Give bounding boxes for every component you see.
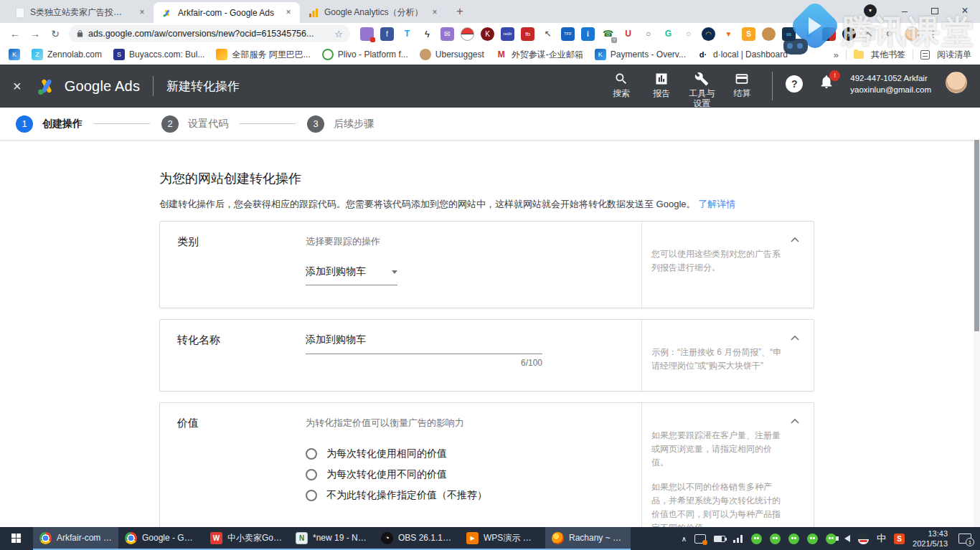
cursor-icon[interactable]: ↖ bbox=[541, 27, 555, 41]
browser-tab-google-ads[interactable]: Arkfair-com - Google Ads bbox=[154, 2, 300, 23]
wechat-tray-icon[interactable] bbox=[826, 534, 837, 544]
k-circle-icon[interactable]: K bbox=[481, 27, 494, 41]
billing-nav-button[interactable]: 结算 bbox=[725, 72, 759, 99]
s-blue-icon[interactable]: S bbox=[802, 27, 816, 41]
bookmarks-overflow-icon[interactable] bbox=[834, 49, 839, 60]
taskbar-item[interactable]: *new 19 - Note... bbox=[289, 527, 374, 550]
browser-tab-course[interactable]: S类独立站卖家广告投放课程 bbox=[7, 2, 154, 23]
hidden-icons-chevron[interactable] bbox=[682, 534, 687, 543]
collapse-chevron-icon[interactable] bbox=[791, 233, 799, 247]
lightning-icon[interactable]: ϟ bbox=[420, 27, 434, 41]
tiktok-icon[interactable]: ♪ bbox=[842, 27, 856, 41]
bookmark-buyaccs[interactable]: S Buyaccs.com: Bul... bbox=[113, 49, 204, 60]
url-text[interactable]: ads.google.com/aw/conversions/new?ocid=6… bbox=[88, 29, 330, 39]
collapse-chevron-icon[interactable] bbox=[791, 414, 799, 428]
taskbar-item[interactable]: Rachany ~ Pref... bbox=[545, 527, 631, 550]
value-radio-option[interactable]: 为每次转化使用相同的价值 bbox=[306, 443, 641, 464]
wechat-tray-icon[interactable] bbox=[770, 534, 781, 544]
gray-cursor-icon[interactable]: ↖ bbox=[862, 27, 876, 41]
search-nav-button[interactable]: 搜索 bbox=[604, 72, 639, 99]
sogou-tray-icon[interactable] bbox=[894, 534, 905, 544]
new-tab-button[interactable] bbox=[451, 2, 469, 21]
wechat-tray-icon[interactable] bbox=[751, 534, 762, 544]
account-avatar[interactable] bbox=[946, 72, 967, 93]
bookmark-payments[interactable]: K Payments - Overv... bbox=[595, 49, 686, 60]
maximize-button[interactable] bbox=[920, 8, 950, 14]
taskbar-item[interactable]: Google - Googl... bbox=[118, 527, 204, 550]
step-create-action[interactable]: 1 创建操作 bbox=[16, 115, 83, 133]
taskbar-item[interactable]: WPS演示 幻灯片... bbox=[460, 527, 545, 550]
taskbar-item[interactable]: 中小卖家Google... bbox=[204, 527, 289, 550]
back-button[interactable] bbox=[6, 28, 24, 39]
forward-button[interactable] bbox=[26, 28, 44, 39]
bookmark-plivo[interactable]: Plivo - Platform f... bbox=[322, 49, 408, 60]
redirect-icon[interactable]: redir bbox=[501, 27, 514, 41]
minimize-button[interactable] bbox=[890, 5, 920, 16]
tab-close-icon[interactable] bbox=[429, 7, 440, 19]
step-next-steps[interactable]: 3 后续步骤 bbox=[307, 115, 374, 133]
browser-menu-icon[interactable] bbox=[928, 29, 938, 39]
collapse-chevron-icon[interactable] bbox=[791, 331, 799, 345]
carrot-icon[interactable]: ▼ bbox=[722, 27, 735, 41]
reading-list-button[interactable]: 阅读清单 bbox=[937, 49, 971, 61]
action-center-icon[interactable]: 1 bbox=[958, 534, 971, 544]
qq-tray-icon[interactable] bbox=[858, 534, 869, 544]
taskbar-item[interactable]: Arkfair-com - G... bbox=[33, 527, 118, 550]
fb-red-icon[interactable]: fb bbox=[521, 27, 534, 41]
mask-icon[interactable]: ∞ bbox=[782, 27, 796, 41]
phone-icon[interactable]: ☎ bbox=[601, 27, 615, 41]
help-icon[interactable] bbox=[786, 75, 803, 93]
bookmark-alibaba[interactable]: 全部服务 阿里巴巴... bbox=[216, 49, 310, 61]
bookmark-waimao[interactable]: M 外贸参谋-企业邮箱 bbox=[496, 49, 583, 61]
scrollbar-thumb[interactable] bbox=[974, 140, 979, 331]
facebook-icon[interactable]: f bbox=[380, 27, 394, 41]
s-yellow-icon[interactable]: S bbox=[742, 27, 755, 41]
wechat-tray-icon[interactable] bbox=[788, 534, 799, 544]
category-dropdown[interactable]: 添加到购物车 bbox=[306, 265, 397, 285]
radio-icon[interactable] bbox=[306, 469, 317, 480]
taskbar-item[interactable]: OBS 26.1.1 (64-... bbox=[374, 527, 460, 550]
reload-button[interactable] bbox=[46, 28, 65, 39]
radio-icon[interactable] bbox=[306, 448, 317, 460]
tab-close-icon[interactable] bbox=[136, 7, 148, 19]
globe-icon[interactable]: ◠ bbox=[702, 27, 715, 41]
value-radio-option[interactable]: 为每次转化使用不同的价值 bbox=[306, 464, 641, 485]
bookmark-dlocal[interactable]: d· d·local | Dashboard bbox=[697, 49, 788, 60]
reports-nav-button[interactable]: 报告 bbox=[644, 72, 679, 99]
learn-more-link[interactable]: 了解详情 bbox=[698, 199, 735, 209]
battery-icon[interactable] bbox=[714, 536, 725, 542]
bookmark-ubersuggest[interactable]: Ubersuggest bbox=[420, 49, 484, 60]
info-icon[interactable]: i bbox=[581, 27, 595, 41]
cookie-icon[interactable] bbox=[762, 27, 776, 41]
tools-settings-nav-button[interactable]: 工具与设置 bbox=[684, 72, 719, 108]
start-button[interactable] bbox=[0, 527, 33, 550]
pokeball-icon[interactable] bbox=[461, 27, 474, 41]
purple-app-icon[interactable] bbox=[360, 27, 374, 41]
browser-tab-analytics[interactable]: Google Analytics（分析） bbox=[300, 2, 446, 23]
clock[interactable]: 13:43 2021/5/13 bbox=[913, 528, 948, 549]
ime-indicator[interactable]: 中 bbox=[877, 532, 886, 545]
wechat-tray-icon[interactable] bbox=[807, 534, 818, 544]
volume-icon[interactable] bbox=[844, 535, 850, 542]
bookmark-star-icon[interactable] bbox=[334, 29, 343, 39]
find-doc-icon[interactable]: ○ bbox=[641, 27, 655, 41]
other-bookmarks-button[interactable]: 其他书签 bbox=[871, 49, 905, 61]
grammarly-icon[interactable]: G bbox=[661, 27, 675, 41]
address-bar[interactable]: ads.google.com/aw/conversions/new?ocid=6… bbox=[69, 25, 350, 42]
radio-icon[interactable] bbox=[306, 490, 317, 501]
profile-avatar[interactable] bbox=[905, 27, 920, 42]
red-black-icon[interactable] bbox=[822, 27, 836, 41]
step-setup-tag[interactable]: 2 设置代码 bbox=[161, 115, 228, 133]
chevron-down-circle-icon[interactable] bbox=[864, 4, 877, 17]
message-tray-icon[interactable] bbox=[694, 534, 706, 544]
account-info[interactable]: 492-447-1052 Arkfair yaoxinlun@gmail.com bbox=[850, 73, 931, 95]
conversion-name-input[interactable]: 添加到购物车 bbox=[306, 333, 542, 354]
bookmark-zennolab[interactable]: Z Zennolab.com bbox=[32, 49, 102, 60]
bookmark-k-icon[interactable]: K bbox=[9, 49, 20, 60]
puzzle-extensions-icon[interactable]: ⚙ bbox=[882, 27, 896, 41]
page-scrollbar[interactable] bbox=[974, 140, 980, 527]
tab-close-icon[interactable] bbox=[283, 7, 294, 19]
blue-t-icon[interactable]: T bbox=[400, 27, 414, 41]
magnifier-icon[interactable]: ○ bbox=[682, 27, 695, 41]
close-icon[interactable] bbox=[13, 78, 22, 95]
